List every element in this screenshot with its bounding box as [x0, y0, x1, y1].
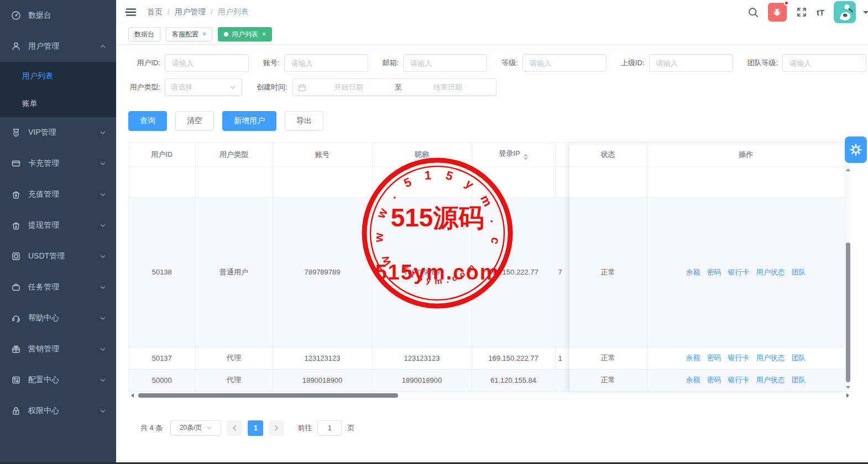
col-user-type: 用户类型	[195, 143, 273, 166]
table-row[interactable]: 正常 余额密码银行卡用户状态团队	[569, 369, 845, 391]
help-icon	[11, 313, 21, 323]
chevron-down-icon	[100, 160, 106, 167]
date-range-picker[interactable]: 开始日期 至 结束日期	[292, 78, 496, 96]
sort-icon[interactable]	[524, 154, 528, 160]
collapse-sidebar-icon[interactable]	[125, 7, 137, 17]
scroll-down-arrow[interactable]	[845, 384, 851, 391]
col-user-id: 用户ID	[129, 143, 195, 166]
sidebar-item-recharge-management[interactable]: 充值管理	[0, 179, 116, 210]
password-link[interactable]: 密码	[707, 268, 721, 276]
user-status-link[interactable]: 用户状态	[756, 268, 785, 276]
breadcrumb-home[interactable]: 首页	[147, 7, 163, 17]
sidebar-item-help-center[interactable]: 帮助中心	[0, 303, 116, 334]
sidebar-item-dashboard[interactable]: 数据台	[0, 0, 116, 31]
cell-nickname: 1890018900	[372, 369, 472, 391]
tab-service-config[interactable]: 客服配置 ×	[166, 27, 212, 41]
tab-dashboard[interactable]: 数据台	[128, 27, 160, 41]
tab-close-icon[interactable]: ×	[202, 30, 206, 38]
table-row[interactable]	[569, 166, 845, 197]
level-input[interactable]	[522, 54, 606, 72]
user-id-input[interactable]	[165, 54, 249, 72]
sidebar-item-usdt-management[interactable]: USDT管理	[0, 241, 116, 272]
user-menu-caret-icon[interactable]	[863, 11, 868, 14]
balance-link[interactable]: 余额	[686, 354, 700, 362]
table-row[interactable]: 50137 代理 123123123 123123123 169.150.222…	[129, 347, 569, 369]
sidebar-item-marketing-management[interactable]: 营销管理	[0, 334, 116, 365]
bank-card-link[interactable]: 银行卡	[728, 354, 750, 362]
export-button[interactable]: 导出	[285, 111, 323, 131]
user-type-select[interactable]: 请选择	[165, 78, 242, 96]
table-row[interactable]	[129, 166, 569, 197]
sidebar-item-label: 卡充管理	[28, 159, 100, 168]
start-date-placeholder[interactable]: 开始日期	[306, 82, 391, 92]
sidebar-item-vip-management[interactable]: VIP管理	[0, 117, 116, 148]
filter-row-1: 用户ID: 账号: 邮箱: 等级: 上级ID:	[128, 54, 868, 72]
email-input[interactable]	[403, 54, 487, 72]
chevron-down-icon	[100, 377, 106, 383]
account-input[interactable]	[284, 54, 368, 72]
scroll-right-arrow[interactable]	[845, 393, 850, 398]
password-link[interactable]: 密码	[707, 354, 721, 362]
sidebar-item-task-management[interactable]: 任务管理	[0, 272, 116, 303]
horizontal-scrollbar[interactable]	[128, 392, 851, 399]
password-link[interactable]: 密码	[707, 376, 721, 384]
horizontal-scroll-thumb[interactable]	[138, 393, 398, 398]
table-settings-button[interactable]	[845, 136, 867, 163]
sidebar-item-card-recharge[interactable]: 卡充管理	[0, 148, 116, 179]
prev-page-button[interactable]	[227, 420, 242, 436]
sidebar-item-permission-center[interactable]: 权限中心	[0, 396, 116, 426]
tab-user-list[interactable]: 用户列表 ×	[218, 27, 272, 41]
table-row[interactable]: 50000 代理 1890018900 1890018900 61.120.15…	[129, 369, 569, 391]
bank-card-link[interactable]: 银行卡	[728, 268, 750, 276]
bank-card-link[interactable]: 银行卡	[728, 376, 750, 384]
team-link[interactable]: 团队	[792, 354, 806, 362]
vertical-scroll-thumb[interactable]	[846, 242, 850, 382]
table-scroll-columns: 用户ID 用户类型 账号 昵称 登录IP	[129, 143, 569, 392]
vertical-scroll-track[interactable]	[845, 173, 851, 384]
balance-link[interactable]: 余额	[686, 376, 700, 384]
search-button[interactable]: 查询	[128, 111, 167, 131]
sidebar-item-user-management[interactable]: 用户管理	[0, 31, 116, 62]
search-icon[interactable]	[748, 7, 759, 18]
table-row[interactable]: 50138 普通用户 789789789 789789789 169.150.2…	[129, 197, 569, 347]
current-page-button[interactable]: 1	[248, 420, 263, 436]
balance-link[interactable]: 余额	[686, 268, 700, 276]
fullscreen-icon[interactable]	[796, 7, 807, 18]
tab-close-icon[interactable]: ×	[262, 30, 266, 38]
sidebar-subitem-bills[interactable]: 账单	[0, 89, 116, 117]
cell-nickname: 123123123	[372, 347, 472, 369]
clear-button[interactable]: 清空	[175, 111, 214, 131]
goto-page-input[interactable]	[317, 420, 342, 436]
cell-account: 1890018900	[273, 369, 372, 391]
sidebar-subitem-user-list[interactable]: 用户列表	[0, 62, 116, 89]
horizontal-scroll-track[interactable]	[135, 393, 845, 398]
parent-id-input[interactable]	[649, 54, 733, 72]
table-row[interactable]: 正常 余额密码银行卡用户状态团队	[569, 197, 845, 347]
select-placeholder: 请选择	[171, 82, 192, 92]
table-fixed-columns: 状态 操作 正常 余额密码	[569, 143, 845, 392]
scroll-up-arrow[interactable]	[845, 166, 851, 173]
col-login-ip[interactable]: 登录IP	[472, 143, 555, 166]
page-size-select[interactable]: 20条/页	[170, 420, 221, 436]
cell-actions: 余额密码银行卡用户状态团队	[647, 347, 845, 369]
table-row[interactable]: 正常 余额密码银行卡用户状态团队	[569, 347, 845, 369]
team-link[interactable]: 团队	[792, 376, 806, 384]
vip-icon	[11, 128, 21, 138]
bug-report-button[interactable]	[768, 3, 787, 22]
end-date-placeholder[interactable]: 结束日期	[405, 82, 490, 92]
scroll-left-arrow[interactable]	[129, 393, 135, 398]
sidebar-item-label: 提现管理	[28, 220, 100, 230]
add-user-button[interactable]: 新增用户	[222, 111, 276, 131]
font-size-icon[interactable]: tT	[817, 8, 824, 17]
user-status-link[interactable]: 用户状态	[756, 354, 785, 362]
team-link[interactable]: 团队	[792, 268, 806, 276]
next-page-button[interactable]	[269, 420, 284, 436]
team-level-input[interactable]	[782, 54, 866, 72]
chevron-down-icon	[229, 84, 236, 91]
sidebar-item-config-center[interactable]: 配置中心	[0, 365, 116, 396]
sidebar-item-withdraw-management[interactable]: 提现管理	[0, 210, 116, 241]
vertical-scrollbar[interactable]	[845, 143, 851, 392]
breadcrumb-user-management[interactable]: 用户管理	[175, 7, 206, 17]
user-status-link[interactable]: 用户状态	[756, 376, 785, 384]
avatar[interactable]	[834, 1, 856, 23]
